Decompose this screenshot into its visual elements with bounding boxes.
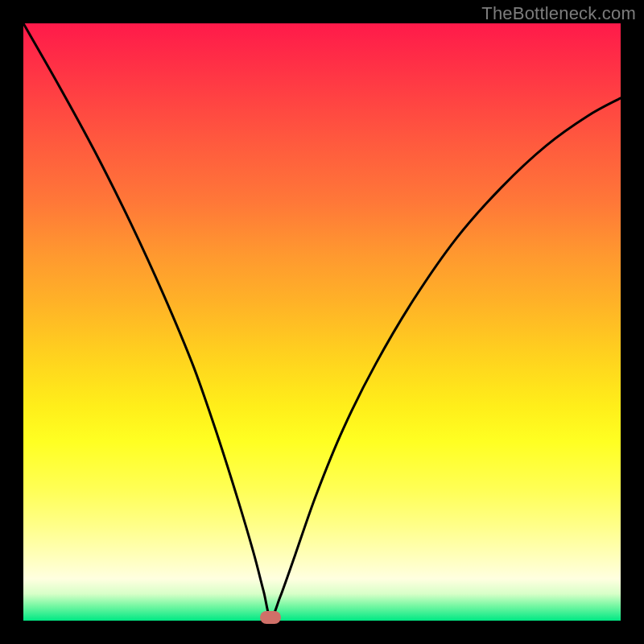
optimal-point-marker xyxy=(260,611,281,624)
watermark-text: TheBottleneck.com xyxy=(481,3,636,24)
chart-frame: TheBottleneck.com xyxy=(0,0,644,644)
bottleneck-curve xyxy=(23,23,621,621)
